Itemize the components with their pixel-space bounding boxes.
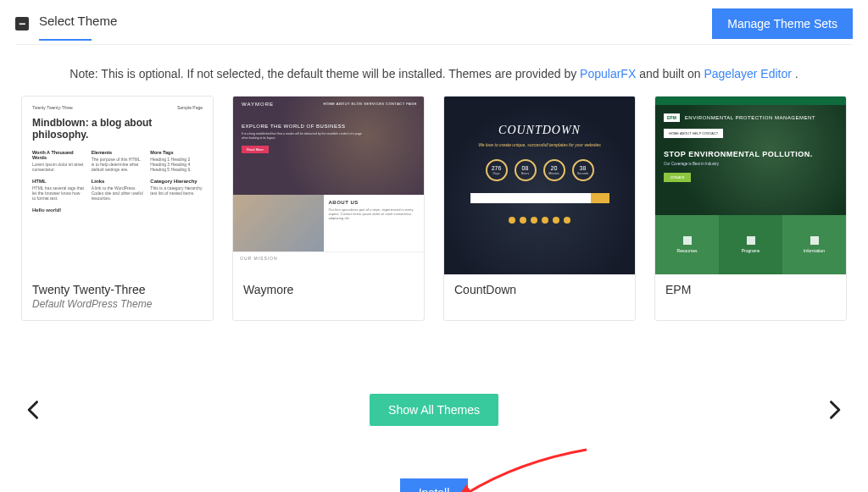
theme-name: Waymore	[243, 283, 414, 296]
theme-name: CountDown	[454, 283, 625, 296]
note-text: Note: This is optional. If not selected,…	[15, 67, 853, 80]
thumb-col: Links	[92, 179, 144, 184]
thumb-brand: WAYMORE	[242, 102, 274, 107]
theme-card-countdown[interactable]: COUNTDOWN We love to create unique, succ…	[443, 96, 636, 321]
thumb-social-dots	[509, 217, 570, 224]
theme-card-twenty-twenty-three[interactable]: Twenty Twenty-ThreeSample Page Mindblown…	[21, 96, 214, 321]
cd-label: Seconds	[577, 172, 589, 175]
manage-theme-sets-button[interactable]: Manage Theme Sets	[712, 8, 853, 39]
thumb-brand: Twenty Twenty-Three	[32, 105, 73, 110]
theme-thumbnail: Twenty Twenty-ThreeSample Page Mindblown…	[22, 97, 213, 274]
thumb-logo: COUNTDOWN	[498, 124, 581, 137]
cd-val: 38	[580, 165, 587, 171]
thumb-col: More Tags	[150, 150, 203, 155]
thumb-headline: Mindblown: a blog about philosophy.	[32, 117, 203, 141]
theme-card-footer: CountDown	[444, 274, 635, 307]
cd-val: 276	[492, 165, 502, 171]
theme-name: Twenty Twenty-Three	[32, 283, 203, 296]
thumb-about-title: ABOUT US	[329, 200, 420, 205]
theme-card-footer: Waymore	[233, 274, 424, 307]
theme-name: EPM	[665, 283, 836, 296]
install-button[interactable]: Install	[400, 478, 469, 492]
thumb-col: Elements	[92, 150, 144, 155]
theme-thumbnail: EPM ENVIRONMENTAL PROTECTION MANAGEMENT …	[655, 97, 846, 274]
cd-label: Days	[493, 172, 500, 175]
thumb-col: Category Hierarchy	[150, 179, 203, 184]
panel-header: − Select Theme Manage Theme Sets	[15, 8, 853, 45]
clipboard-icon	[747, 236, 755, 245]
collapse-icon[interactable]: −	[15, 17, 29, 30]
thumb-hello: Hello world!	[32, 207, 203, 213]
thumb-hero-button: Read More	[242, 146, 269, 153]
cd-label: Hours	[521, 172, 529, 175]
cd-val: 08	[522, 165, 529, 171]
thumb-col: HTML	[32, 179, 85, 184]
theme-subtitle: Default WordPress Theme	[32, 298, 203, 310]
tile-label: Information	[804, 248, 825, 253]
themes-row: Twenty Twenty-ThreeSample Page Mindblown…	[15, 96, 853, 321]
chevron-left-icon[interactable]	[22, 398, 46, 422]
cd-val: 20	[551, 165, 558, 171]
thumb-sub: Our Coverage is Best in Industry	[664, 162, 837, 166]
thumb-col: Worth A Thousand Words	[32, 150, 85, 160]
theme-card-footer: Twenty Twenty-Three Default WordPress Th…	[22, 274, 213, 320]
leaf-icon	[683, 236, 692, 245]
thumb-countdown: 276Days 08Hours 20Minutes 38Seconds	[486, 159, 594, 181]
theme-card-footer: EPM	[655, 274, 846, 307]
thumb-nav: Sample Page	[177, 105, 203, 110]
thumb-nav: HOME ABOUT BLOG SERVICES CONTACT PAGE	[323, 102, 417, 106]
thumb-mission: OUR MISSION	[233, 252, 424, 264]
tile-label: Resources	[677, 248, 698, 253]
thumb-email-bar	[470, 193, 609, 203]
thumb-menu: HOME ABOUT HELP CONTACT	[664, 129, 723, 138]
thumb-tag: EPM	[664, 113, 680, 122]
theme-thumbnail: COUNTDOWN We love to create unique, succ…	[444, 97, 635, 274]
annotation-arrow-icon	[459, 446, 595, 492]
thumb-btn: DONATE	[664, 173, 691, 182]
theme-card-epm[interactable]: EPM ENVIRONMENTAL PROTECTION MANAGEMENT …	[654, 96, 847, 321]
install-row: Install	[15, 478, 853, 492]
thumb-headline: STOP ENVIRONMENTAL POLLUTION.	[664, 150, 837, 158]
thumb-about-img	[233, 195, 324, 252]
carousel-nav: Show All Themes	[15, 394, 853, 426]
select-theme-panel: − Select Theme Manage Theme Sets Note: T…	[0, 0, 868, 492]
edit-icon	[810, 236, 819, 245]
cd-label: Minutes	[548, 172, 559, 175]
theme-card-waymore[interactable]: WAYMORE HOME ABOUT BLOG SERVICES CONTACT…	[232, 96, 425, 321]
note-suffix: .	[795, 67, 798, 80]
note-prefix: Note: This is optional. If not selected,…	[70, 67, 580, 80]
thumb-hero-sub: It is a long established fact that a rea…	[242, 132, 364, 141]
thumb-tagline: We love to create unique, successfull te…	[478, 142, 601, 147]
panel-title: Select Theme	[39, 14, 117, 35]
pagelayer-link[interactable]: Pagelayer Editor	[704, 67, 792, 80]
theme-thumbnail: WAYMORE HOME ABOUT BLOG SERVICES CONTACT…	[233, 97, 424, 274]
tile-label: Programs	[742, 248, 760, 253]
show-all-themes-button[interactable]: Show All Themes	[370, 394, 498, 426]
panel-title-wrap: − Select Theme	[15, 14, 117, 35]
thumb-hero-text: EXPLORE THE WORLD OF BUSINESS	[242, 124, 415, 129]
chevron-right-icon[interactable]	[822, 398, 846, 422]
note-mid: and built on	[639, 67, 704, 80]
popularfx-link[interactable]: PopularFX	[580, 67, 636, 80]
thumb-title: ENVIRONMENTAL PROTECTION MANAGEMENT	[685, 115, 815, 120]
